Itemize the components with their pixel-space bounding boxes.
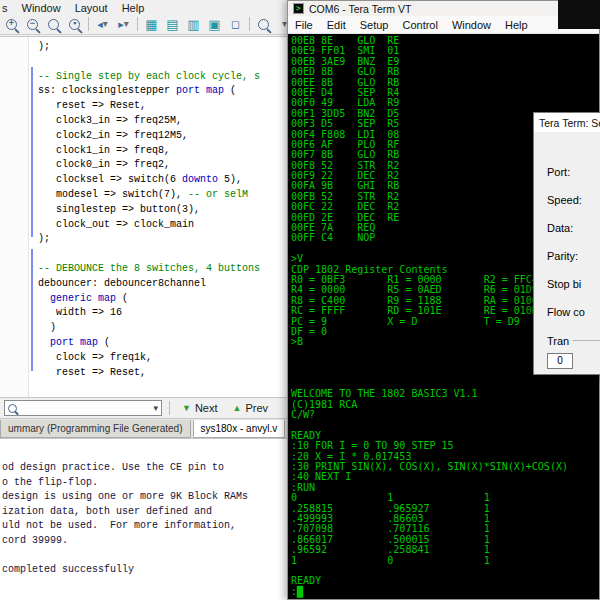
background-window-fragment bbox=[558, 0, 600, 29]
dialog-field-label: Stop bi bbox=[547, 278, 600, 291]
search-dropdown-icon[interactable]: ▾ bbox=[153, 404, 158, 413]
terminal-line bbox=[291, 420, 599, 430]
menu-item[interactable]: Edit bbox=[320, 19, 353, 31]
menu-item[interactable]: Setup bbox=[353, 19, 396, 31]
layout-grid-button-1[interactable]: ▦ bbox=[142, 15, 161, 33]
zoom-selection-button[interactable]: ▪ bbox=[65, 15, 84, 33]
code-line: singlestep => button(3), bbox=[38, 203, 294, 218]
code-line: width => 16 bbox=[38, 306, 294, 321]
layout-rows-icon: ▤ bbox=[166, 18, 178, 31]
console-line bbox=[2, 549, 294, 564]
code-line: clock => freq1k, bbox=[38, 351, 294, 366]
dialog-field-label: Flow co bbox=[547, 306, 600, 319]
dialog-field-label: Parity: bbox=[547, 250, 600, 263]
chevron-down-icon: ▾ bbox=[124, 19, 129, 29]
search-tool-button[interactable] bbox=[254, 15, 273, 33]
terminal-line: C/W? bbox=[291, 410, 599, 420]
find-bar: ▾ ▼ Next ▲ Prev bbox=[0, 397, 294, 418]
layout-grid-button-2[interactable]: ▤ bbox=[163, 15, 182, 33]
document-tab[interactable]: sys180x - anvyl.v bbox=[193, 420, 286, 438]
code-line: clock3_in => freq25M, bbox=[38, 114, 294, 129]
code-line: reset => Reset, bbox=[38, 366, 294, 381]
ise-window: sWindowLayoutHelp + − ▪ ◂ ▾ ▸ ▾ ▦ ▤ bbox=[0, 0, 294, 600]
search-icon bbox=[258, 19, 269, 30]
search-icon bbox=[8, 404, 17, 413]
forward-view-button[interactable]: ▸ ▾ bbox=[114, 15, 133, 33]
teraterm-app-icon: > bbox=[293, 3, 304, 14]
find-prev-icon: ▲ bbox=[233, 404, 242, 413]
ise-toolbar: + − ▪ ◂ ▾ ▸ ▾ ▦ ▤ ▥ ▣ bbox=[0, 14, 294, 35]
search-input[interactable]: ▾ bbox=[4, 400, 162, 416]
zoom-out-button[interactable]: − bbox=[23, 15, 42, 33]
dialog-titlebar[interactable]: Tera Term: Ser bbox=[534, 113, 600, 132]
console-line: o the flip-flop. bbox=[2, 476, 294, 491]
layout-grid-icon: ▦ bbox=[145, 18, 157, 31]
code-line: port map ( bbox=[38, 336, 294, 351]
zoom-selection-icon: ▪ bbox=[69, 19, 80, 30]
code-line: ss: clocksinglestepper port map ( bbox=[38, 84, 294, 99]
menu-item[interactable]: Window bbox=[22, 2, 61, 14]
code-line: modesel => switch(7), -- or selM bbox=[38, 188, 294, 203]
dialog-field-label: Speed: bbox=[547, 194, 600, 207]
code-area[interactable]: );-- Single step by each clock cycle, ss… bbox=[30, 40, 294, 380]
terminal-line: 00ED 8B GLO RB bbox=[291, 67, 599, 77]
ise-menubar: sWindowLayoutHelp bbox=[0, 0, 294, 14]
toolbar-separator bbox=[249, 17, 250, 31]
console-output: od design practice. Use the CE pin too t… bbox=[0, 439, 294, 578]
teraterm-titlebar[interactable]: > COM6 - Tera Term VT bbox=[288, 1, 599, 16]
terminal-line: (C)1981 RCA bbox=[291, 400, 599, 410]
menu-item[interactable]: Window bbox=[445, 19, 498, 31]
toolbar-separator bbox=[88, 17, 89, 31]
zoom-out-icon: − bbox=[27, 19, 38, 30]
terminal-line: .96592 .258841 1 bbox=[291, 545, 599, 555]
terminal-line: READY bbox=[291, 576, 599, 586]
console-line: od design practice. Use the CE pin to bbox=[2, 461, 294, 476]
menu-item[interactable]: File bbox=[288, 19, 320, 31]
menu-item[interactable]: s bbox=[2, 2, 8, 14]
find-next-label: Next bbox=[195, 402, 218, 414]
teraterm-title: COM6 - Tera Term VT bbox=[309, 3, 411, 15]
dialog-group-label: Tran bbox=[547, 334, 600, 347]
find-prev-button[interactable]: ▲ Prev bbox=[228, 401, 274, 415]
dialog-field-label: Port: bbox=[547, 166, 600, 179]
layout-grid-button-5[interactable]: ◻ bbox=[226, 15, 245, 33]
code-line: clock1_in => freq8, bbox=[38, 144, 294, 159]
zoom-full-button[interactable] bbox=[44, 15, 63, 33]
terminal-line: :█ bbox=[291, 587, 599, 597]
find-separator bbox=[169, 401, 170, 415]
dialog-body: Port:Speed:Data:Parity:Stop biFlow co Tr… bbox=[534, 132, 600, 369]
console-line: design is using one or more 9K Block RAM… bbox=[2, 490, 294, 505]
code-line: ); bbox=[38, 232, 294, 247]
terminal-line bbox=[291, 566, 599, 576]
code-line: -- DEBOUNCE the 8 switches, 4 buttons bbox=[38, 262, 294, 277]
console-panel[interactable]: od design practice. Use the CE pin too t… bbox=[0, 438, 294, 600]
document-tab[interactable]: ummary (Programming File Generated) bbox=[0, 420, 191, 438]
terminal-line: :40 NEXT I bbox=[291, 472, 599, 482]
chevron-down-icon: ▾ bbox=[103, 19, 108, 29]
menu-item[interactable]: Help bbox=[122, 2, 145, 14]
code-line: clocksel => switch(6 downto 5), bbox=[38, 173, 294, 188]
menu-item[interactable]: Help bbox=[498, 19, 535, 31]
back-view-button[interactable]: ◂ ▾ bbox=[93, 15, 112, 33]
document-tabs: ummary (Programming File Generated) sys1… bbox=[0, 418, 294, 438]
menu-item[interactable]: Control bbox=[395, 19, 444, 31]
transmit-delay-input[interactable]: 0 bbox=[547, 353, 573, 369]
toolbar-separator bbox=[137, 17, 138, 31]
console-line: completed successfully bbox=[2, 563, 294, 578]
code-editor[interactable]: );-- Single step by each clock cycle, ss… bbox=[0, 36, 294, 397]
code-line bbox=[38, 247, 294, 262]
console-line: uld not be used. For more information, bbox=[2, 519, 294, 534]
code-line: clock2_in => freq12M5, bbox=[38, 129, 294, 144]
zoom-in-button[interactable]: + bbox=[2, 15, 21, 33]
find-next-button[interactable]: ▼ Next bbox=[177, 401, 223, 415]
terminal-line: 1 0 1 bbox=[291, 556, 599, 566]
code-line: reset => Reset, bbox=[38, 99, 294, 114]
layout-grid-button-4[interactable]: ▣ bbox=[205, 15, 224, 33]
code-line: debouncer: debouncer8channel bbox=[38, 277, 294, 292]
menu-item[interactable]: Layout bbox=[75, 2, 108, 14]
desktop: sWindowLayoutHelp + − ▪ ◂ ▾ ▸ ▾ ▦ ▤ bbox=[0, 0, 600, 600]
layout-grid-button-3[interactable]: ▥ bbox=[184, 15, 203, 33]
zoom-in-icon: + bbox=[6, 19, 17, 30]
layout-cols-icon: ▥ bbox=[187, 18, 199, 31]
console-line: cord 39999. bbox=[2, 534, 294, 549]
